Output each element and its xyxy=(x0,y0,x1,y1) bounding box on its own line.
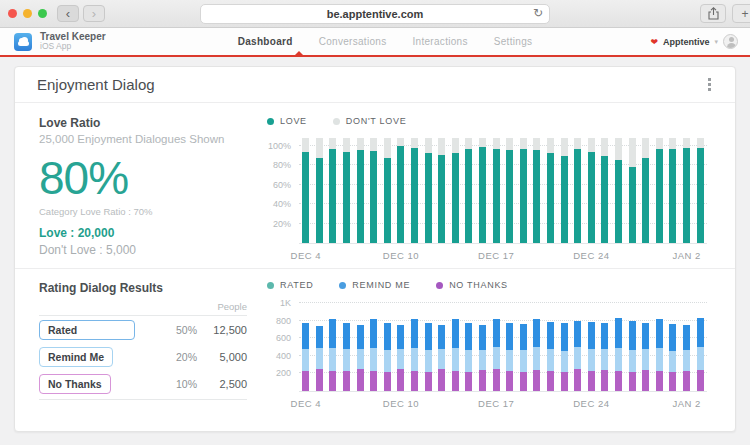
don-t-love-segment xyxy=(329,138,336,149)
legend-label: LOVE xyxy=(280,116,307,126)
legend-item: DON'T LOVE xyxy=(333,116,407,126)
no-thanks-segment xyxy=(669,372,676,391)
no-thanks-segment xyxy=(629,372,636,391)
legend-label: RATED xyxy=(280,280,313,290)
don-t-love-segment xyxy=(683,138,690,148)
bar xyxy=(588,322,595,391)
no-thanks-segment xyxy=(479,370,486,391)
love-segment xyxy=(384,158,391,243)
rated-chip[interactable]: Rated xyxy=(39,320,135,340)
rated-segment xyxy=(357,325,364,348)
reload-icon[interactable]: ↻ xyxy=(533,6,543,20)
bar xyxy=(683,325,690,391)
share-button[interactable] xyxy=(700,4,726,23)
love-segment xyxy=(697,148,704,243)
x-tick-label: DEC 4 xyxy=(291,398,321,409)
bar xyxy=(411,319,418,391)
rated-segment xyxy=(588,322,595,349)
love-chart-legend: LOVEDON'T LOVE xyxy=(267,115,707,127)
rated-segment xyxy=(601,323,608,349)
no-thanks-segment xyxy=(547,371,554,391)
tab-settings[interactable]: Settings xyxy=(494,36,533,47)
close-window-button[interactable] xyxy=(8,9,17,18)
love-segment xyxy=(316,158,323,243)
bar-slot xyxy=(653,139,667,243)
love-segment xyxy=(438,155,445,243)
bar-slot xyxy=(449,300,463,391)
rated-segment xyxy=(438,325,445,348)
bar-slot xyxy=(503,139,517,243)
tab-interactions[interactable]: Interactions xyxy=(412,36,467,47)
user-avatar[interactable] xyxy=(723,34,738,49)
rated-segment xyxy=(397,325,404,349)
app-icon xyxy=(14,33,32,51)
no-thanks-segment xyxy=(370,371,377,391)
legend-item: RATED xyxy=(267,280,313,290)
love-ratio-chart: LOVEDON'T LOVE 100%80%60%40%20% DEC 4DEC… xyxy=(267,115,707,260)
bar-slot xyxy=(653,300,667,391)
rated-segment xyxy=(533,319,540,348)
browser-chrome: ‹ › be.apptentive.com ↻ + xyxy=(0,0,750,28)
rated-segment xyxy=(574,321,581,348)
rated-segment xyxy=(683,325,690,351)
don-t-love-segment xyxy=(629,138,636,167)
love-ratio-section: Love Ratio 25,000 Enjoyment Dialogues Sh… xyxy=(15,103,735,269)
apptentive-logo-text[interactable]: Apptentive xyxy=(663,37,710,47)
bar xyxy=(479,138,486,243)
rated-segment xyxy=(302,323,309,349)
bar-slot xyxy=(326,139,340,243)
no-thanks-segment xyxy=(411,371,418,391)
bar-slot xyxy=(421,139,435,243)
remind-me-segment xyxy=(588,349,595,371)
no-thanks-percent: 10% xyxy=(163,378,197,390)
remind-me-segment xyxy=(357,349,364,369)
bar-slot xyxy=(585,300,599,391)
love-segment xyxy=(479,147,486,243)
don-t-love-segment xyxy=(316,138,323,158)
x-tick-label: DEC 10 xyxy=(383,250,419,261)
bar-slot xyxy=(299,139,313,243)
don-t-love-segment xyxy=(574,138,581,149)
bar xyxy=(656,319,663,391)
bar xyxy=(574,321,581,391)
remind-me-segment xyxy=(533,347,540,369)
bar xyxy=(384,323,391,391)
bar-slot xyxy=(299,300,313,391)
zoom-window-button[interactable] xyxy=(38,9,47,18)
love-segment xyxy=(669,149,676,243)
x-tick-label: DEC 24 xyxy=(573,398,609,409)
kebab-menu-icon[interactable] xyxy=(704,74,715,95)
table-row: No Thanks 10% 2,500 xyxy=(39,370,247,397)
legend-dot-icon xyxy=(333,118,340,125)
legend-item: NO THANKS xyxy=(436,280,508,290)
browser-forward-button[interactable]: › xyxy=(83,5,105,22)
minimize-window-button[interactable] xyxy=(23,9,32,18)
no-thanks-segment xyxy=(697,370,704,391)
chevron-down-icon[interactable]: ▾ xyxy=(714,38,718,46)
legend-item: REMIND ME xyxy=(339,280,410,290)
address-bar[interactable]: be.apptentive.com ↻ xyxy=(200,4,550,24)
x-tick-label: DEC 17 xyxy=(478,250,514,261)
tab-conversations[interactable]: Conversations xyxy=(319,36,387,47)
bar xyxy=(601,323,608,391)
legend-label: REMIND ME xyxy=(352,280,410,290)
bar xyxy=(697,138,704,243)
remind-me-chip[interactable]: Remind Me xyxy=(39,347,113,367)
love-segment xyxy=(588,152,595,243)
legend-dot-icon xyxy=(267,282,274,289)
y-tick-label: 1K xyxy=(280,298,291,308)
no-thanks-segment xyxy=(316,369,323,391)
bar-slot xyxy=(435,139,449,243)
y-tick-label: 200 xyxy=(276,368,291,378)
browser-back-button[interactable]: ‹ xyxy=(57,5,79,22)
rated-segment xyxy=(520,324,527,350)
bar xyxy=(465,138,472,243)
don-t-love-segment xyxy=(669,138,676,149)
rated-segment xyxy=(656,319,663,348)
new-tab-button[interactable]: + xyxy=(732,4,750,23)
url-text: be.apptentive.com xyxy=(327,8,424,20)
bar xyxy=(343,323,350,391)
tab-dashboard[interactable]: Dashboard xyxy=(238,36,293,47)
bar xyxy=(425,323,432,391)
no-thanks-chip[interactable]: No Thanks xyxy=(39,374,111,394)
